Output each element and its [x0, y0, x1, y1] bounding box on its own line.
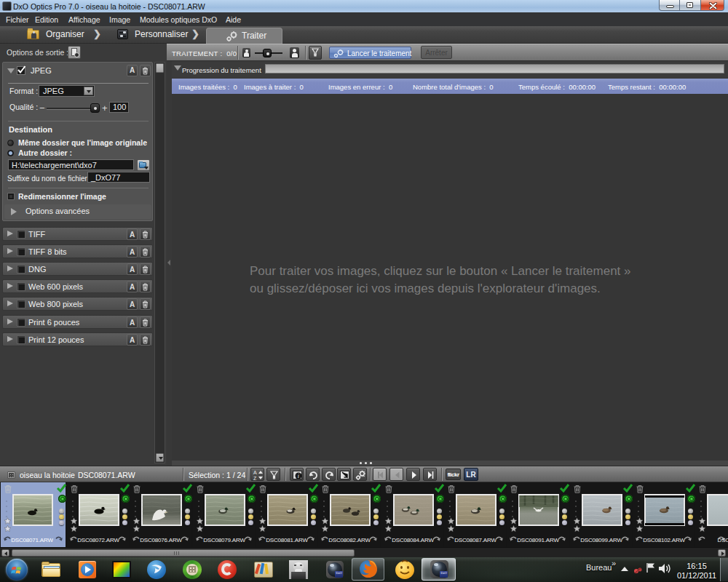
svg-text:i: i: [298, 473, 299, 479]
svg-text:Z: Z: [253, 476, 257, 481]
svg-text:A: A: [253, 470, 257, 475]
